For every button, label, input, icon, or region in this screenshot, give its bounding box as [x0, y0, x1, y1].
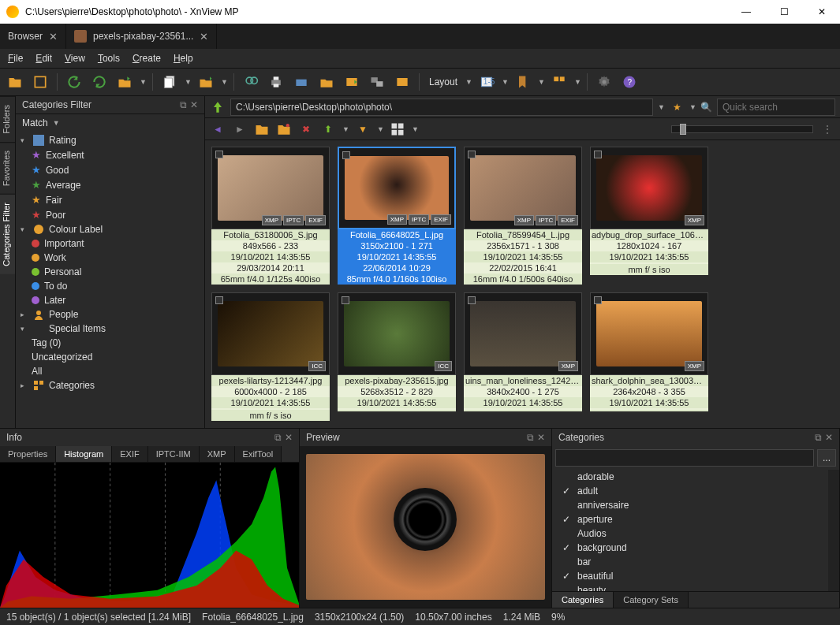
checkbox[interactable]: [215, 151, 223, 158]
sidetab-categories-filter[interactable]: Categories Filter: [0, 194, 15, 274]
close-icon[interactable]: ✕: [200, 31, 208, 43]
search-button[interactable]: [241, 72, 261, 92]
panel-undock-icon[interactable]: ⧉: [180, 99, 187, 110]
thumbnail-card[interactable]: ICCpexels-pixabay-235615.jpg5268x3512 - …: [338, 292, 456, 421]
panel-undock-icon[interactable]: ⧉: [274, 432, 282, 443]
options-button[interactable]: ⋮: [819, 121, 835, 137]
up-folder-button[interactable]: ⬆: [320, 121, 336, 137]
dropdown-icon[interactable]: ▼: [689, 103, 696, 111]
thumbnail-size-slider[interactable]: [424, 125, 813, 133]
close-button[interactable]: ✕: [810, 6, 834, 17]
print-button[interactable]: [266, 72, 286, 92]
maximize-button[interactable]: ☐: [772, 6, 796, 17]
dropdown-icon[interactable]: ▼: [574, 78, 581, 86]
tree-item[interactable]: ★Good: [16, 162, 204, 177]
tree-item[interactable]: Work: [16, 251, 204, 265]
thumbnail-card[interactable]: XMPIPTCEXIFFotolia_66648025_L.jpg3150x21…: [338, 147, 456, 285]
back-button[interactable]: ◄: [210, 121, 226, 137]
category-item[interactable]: Audios: [552, 526, 828, 541]
settings-button[interactable]: [594, 72, 614, 92]
thumbnail-card[interactable]: XMPIPTCEXIFFotolia_63180006_S.jpg849x566…: [211, 147, 330, 285]
scanner-button[interactable]: [291, 72, 312, 92]
tree-item[interactable]: ★Poor: [16, 207, 204, 222]
menu-tools[interactable]: Tools: [98, 53, 120, 64]
dropdown-icon[interactable]: ▼: [538, 78, 544, 86]
thumbnail-card[interactable]: XMPuins_man_loneliness_12427...3840x2400…: [464, 292, 582, 421]
tree-item[interactable]: ★Excellent: [16, 147, 204, 162]
filter-button[interactable]: ▼: [355, 121, 371, 137]
menu-help[interactable]: Help: [174, 53, 193, 64]
expander-icon[interactable]: ▾: [21, 136, 28, 144]
menu-file[interactable]: File: [8, 53, 23, 64]
checkbox[interactable]: ✓: [562, 542, 571, 553]
close-icon[interactable]: ✕: [49, 31, 58, 43]
bookmark-button[interactable]: [513, 72, 533, 92]
copy-to-button[interactable]: [196, 72, 216, 92]
category-item[interactable]: anniversaire: [552, 498, 828, 512]
thumbnail-card[interactable]: XMPIPTCEXIFFotolia_78599454_L.jpg2356x15…: [464, 147, 582, 285]
scrollbar[interactable]: [828, 470, 839, 591]
tab-browser[interactable]: Browser ✕: [0, 24, 66, 49]
forward-button[interactable]: ►: [232, 121, 248, 137]
thumbnail-card[interactable]: ICCpexels-lilartsy-1213447.jpg6000x4000 …: [211, 292, 330, 421]
tree-item[interactable]: ▾Rating: [16, 133, 204, 147]
new-folder-button[interactable]: ●: [276, 121, 292, 137]
expander-icon[interactable]: ▸: [21, 311, 28, 318]
tree-item[interactable]: To do: [16, 279, 204, 293]
folder-button[interactable]: [254, 121, 270, 137]
checkbox[interactable]: [468, 296, 476, 304]
checkbox[interactable]: [468, 151, 476, 158]
checkbox[interactable]: [342, 151, 350, 159]
copy-button[interactable]: [159, 72, 180, 92]
tree-item[interactable]: ▾Colour Label: [16, 222, 204, 236]
expander-icon[interactable]: ▾: [21, 225, 28, 233]
tree-item[interactable]: Personal: [16, 265, 204, 279]
checkbox[interactable]: [342, 296, 349, 304]
panel-undock-icon[interactable]: ⧉: [527, 432, 534, 443]
tab-categories[interactable]: Categories: [552, 592, 614, 608]
category-item[interactable]: ✓adult: [552, 484, 828, 498]
dropdown-icon[interactable]: ▼: [140, 78, 146, 86]
delete-button[interactable]: ✖: [298, 121, 314, 137]
open-button[interactable]: [5, 72, 25, 92]
dropdown-icon[interactable]: ▼: [185, 78, 191, 86]
panel-close-icon[interactable]: ✕: [190, 99, 198, 110]
info-tab-histogram[interactable]: Histogram: [56, 446, 112, 462]
checkbox[interactable]: ✓: [562, 514, 571, 525]
dropdown-icon[interactable]: ▼: [502, 78, 508, 86]
rotate-button[interactable]: [114, 72, 135, 92]
sidetab-favorites[interactable]: Favorites: [0, 142, 15, 194]
thumbnail-card[interactable]: XMPadybug_drop_surface_1062...1280x1024 …: [590, 147, 708, 285]
menu-edit[interactable]: Edit: [35, 53, 52, 64]
convert-button[interactable]: [342, 72, 362, 92]
path-input[interactable]: [230, 99, 653, 116]
path-dropdown[interactable]: ▼: [658, 103, 664, 111]
tree-item[interactable]: Tag (0): [16, 336, 204, 350]
panel-close-icon[interactable]: ✕: [825, 432, 833, 443]
panel-undock-icon[interactable]: ⧉: [815, 432, 822, 443]
quick-search-input[interactable]: [717, 99, 835, 116]
tree-item[interactable]: ▾Special Items: [16, 322, 204, 336]
dropdown-icon[interactable]: ▼: [342, 125, 349, 133]
info-tab-xmp[interactable]: XMP: [200, 446, 235, 462]
expander-icon[interactable]: ▸: [21, 381, 28, 389]
category-search-input[interactable]: [555, 449, 814, 467]
category-item[interactable]: ✓aperture: [552, 512, 828, 526]
export-folder-button[interactable]: [316, 72, 337, 92]
menu-create[interactable]: Create: [133, 53, 161, 64]
refresh-ccw-button[interactable]: [64, 72, 84, 92]
match-dropdown[interactable]: ▼: [53, 119, 59, 127]
panel-close-icon[interactable]: ✕: [285, 432, 293, 443]
category-item[interactable]: ✓background: [552, 541, 828, 555]
favorite-button[interactable]: ★: [669, 99, 685, 115]
help-button[interactable]: ?: [619, 72, 640, 92]
tree-item[interactable]: ▸Categories: [16, 378, 204, 392]
expander-icon[interactable]: ▾: [21, 325, 28, 333]
sort-button[interactable]: 1-5: [476, 72, 497, 92]
sidetab-folders[interactable]: Folders: [0, 96, 15, 142]
menu-view[interactable]: View: [65, 53, 85, 64]
checkbox[interactable]: ✓: [562, 485, 571, 497]
dropdown-icon[interactable]: ▼: [221, 78, 227, 86]
info-tab-iptc-iim[interactable]: IPTC-IIM: [148, 446, 200, 462]
tree-item[interactable]: Uncategorized: [16, 350, 204, 364]
